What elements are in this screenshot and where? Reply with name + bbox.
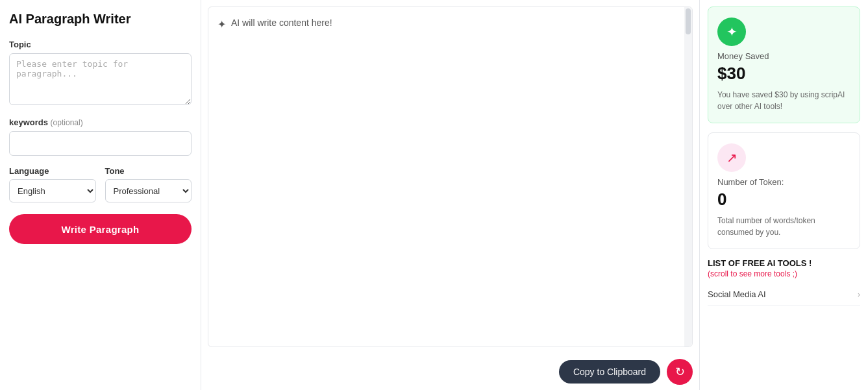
list-item-label: Social Media AI [708, 289, 766, 299]
language-select[interactable]: English Spanish French German Italian [9, 179, 96, 202]
keywords-field-group: keywords (optional) [9, 117, 192, 156]
money-saved-amount: $30 [717, 64, 850, 84]
right-panel: ✦ Money Saved $30 You have saved $30 by … [699, 0, 868, 390]
keywords-label: keywords (optional) [9, 117, 192, 127]
tone-col: Tone Professional Casual Formal Friendly [105, 166, 192, 202]
token-description: Total number of words/token consumed by … [717, 215, 850, 238]
language-label: Language [9, 166, 96, 176]
topic-label: Topic [9, 40, 192, 49]
content-area: ✦ AI will write content here! [208, 6, 693, 347]
scrollbar-track[interactable] [684, 7, 692, 347]
refresh-button[interactable]: ↻ [667, 359, 693, 385]
topic-input[interactable] [9, 53, 192, 105]
keywords-input[interactable] [9, 131, 192, 156]
chevron-right-icon: › [858, 290, 860, 299]
language-col: Language English Spanish French German I… [9, 166, 96, 202]
money-saved-icon: ✦ [717, 18, 746, 46]
free-tools-section: LIST OF FREE AI TOOLS ! (scroll to see m… [708, 258, 860, 306]
money-saved-card: ✦ Money Saved $30 You have saved $30 by … [708, 6, 860, 123]
list-item[interactable]: Social Media AI › [708, 284, 860, 306]
refresh-icon: ↻ [675, 365, 685, 379]
token-title: Number of Token: [717, 177, 850, 187]
scrollbar-thumb[interactable] [686, 8, 691, 34]
bottom-bar: Copy to Clipboard ↻ [201, 354, 699, 390]
tone-select[interactable]: Professional Casual Formal Friendly [105, 179, 192, 202]
free-tools-title: LIST OF FREE AI TOOLS ! [708, 258, 860, 268]
free-tools-scroll-hint: (scroll to see more tools ;) [708, 269, 860, 278]
write-paragraph-button[interactable]: Write Paragraph [9, 214, 192, 244]
middle-panel: ✦ AI will write content here! Copy to Cl… [201, 0, 699, 390]
language-tone-row: Language English Spanish French German I… [9, 166, 192, 202]
money-saved-description: You have saved $30 by using scripAI over… [717, 89, 850, 112]
topic-field-group: Topic [9, 40, 192, 107]
copy-to-clipboard-button[interactable]: Copy to Clipboard [559, 360, 660, 384]
app-layout: AI Paragraph Writer Topic keywords (opti… [0, 0, 868, 390]
token-count: 0 [717, 189, 850, 210]
ai-placeholder-text: ✦ AI will write content here! [217, 18, 683, 30]
money-saved-title: Money Saved [717, 51, 850, 61]
tone-label: Tone [105, 166, 192, 176]
sparkle-icon: ✦ [217, 18, 226, 30]
token-icon: ↗ [717, 143, 746, 172]
token-card: ↗ Number of Token: 0 Total number of wor… [708, 132, 860, 249]
app-title: AI Paragraph Writer [9, 12, 192, 27]
left-panel: AI Paragraph Writer Topic keywords (opti… [0, 0, 201, 390]
